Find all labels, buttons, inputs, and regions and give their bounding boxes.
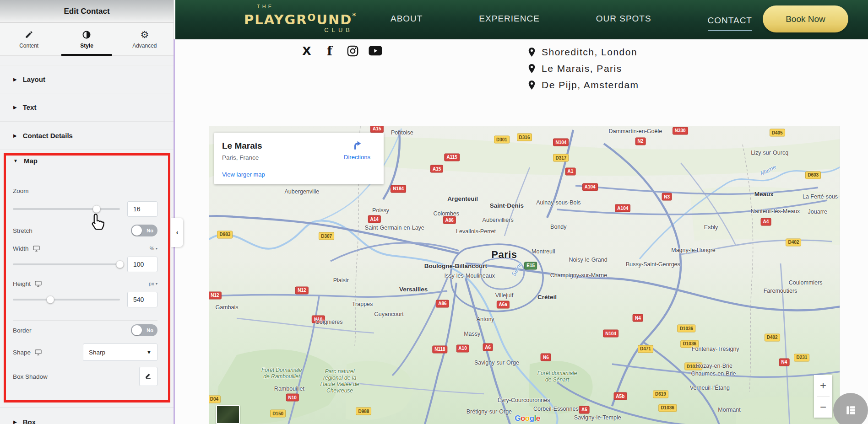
logo-the: THE: [257, 4, 363, 9]
zoom-slider[interactable]: [13, 208, 120, 210]
height-value-input[interactable]: [127, 292, 157, 307]
section-text[interactable]: ▶Text: [0, 93, 174, 122]
zoom-label: Zoom: [13, 188, 29, 194]
width-label-row: Width %▾: [13, 244, 157, 253]
tab-style[interactable]: Style: [58, 23, 115, 55]
zoom-slider-handle[interactable]: [92, 205, 100, 213]
caret-right-icon: ▶: [13, 133, 17, 138]
logo-main: PLAYGROUND*: [244, 9, 363, 27]
section-contact-details[interactable]: ▶Contact Details: [0, 122, 174, 150]
box-shadow-row: Box Shadow: [13, 367, 157, 386]
toggle-knob: [132, 325, 142, 335]
map-zoom-in-button[interactable]: +: [814, 375, 832, 396]
locations-list: Shoreditch, LondonLe Marais, ParisDe Pij…: [528, 44, 639, 93]
caret-right-icon: ▶: [13, 77, 17, 82]
width-label: Width: [13, 245, 40, 252]
shape-select[interactable]: Sharp ▼: [83, 343, 157, 361]
book-now-button[interactable]: Book Now: [763, 5, 848, 32]
divider: [13, 320, 157, 321]
location-pin-icon: [528, 64, 536, 74]
height-unit-select[interactable]: px▾: [149, 281, 157, 286]
site-preview: THE PLAYGROUND* CLUB ABOUTEXPERIENCEOUR …: [175, 0, 868, 424]
height-label: Height: [13, 280, 42, 287]
height-label-row: Height px▾: [13, 279, 157, 288]
shape-label: Shape: [13, 349, 42, 356]
zoom-value-input[interactable]: [127, 201, 157, 217]
location-pin-icon: [528, 80, 536, 90]
zoom-slider-row: [13, 201, 157, 217]
social-icons: X f: [300, 44, 382, 58]
height-slider[interactable]: [13, 299, 120, 301]
satellite-view-thumbnail[interactable]: [216, 405, 240, 424]
map-card-title: Le Marais: [222, 141, 262, 151]
border-toggle[interactable]: No: [131, 324, 157, 336]
site-logo[interactable]: THE PLAYGROUND* CLUB: [244, 4, 363, 33]
section-map-label: Map: [24, 157, 38, 165]
facebook-icon[interactable]: f: [323, 44, 336, 58]
location-text: Shoreditch, London: [542, 47, 637, 58]
width-unit-select[interactable]: %▾: [150, 246, 157, 251]
panel-title: Edit Contact: [64, 7, 109, 16]
section-box-label: Box: [23, 418, 36, 424]
height-slider-handle[interactable]: [46, 296, 54, 304]
monitor-icon: [35, 281, 42, 287]
chevron-left-icon: ‹: [176, 229, 179, 236]
stretch-toggle-state: No: [146, 228, 153, 233]
elementor-panel: Edit Contact Content Style ⚙ Advanced ▶L…: [0, 0, 174, 424]
box-shadow-edit-button[interactable]: [139, 367, 157, 386]
border-label: Border: [13, 327, 32, 334]
nav-item-contact[interactable]: CONTACT: [708, 16, 752, 31]
directions-button[interactable]: Directions: [342, 139, 372, 161]
gear-icon: ⚙: [140, 30, 149, 40]
map-canvas[interactable]: A15N330D405D316D301N104N2A115D317A1D603A…: [209, 126, 840, 424]
nav-item-our-spots[interactable]: OUR SPOTS: [596, 14, 651, 26]
directions-icon: [351, 145, 363, 152]
width-slider[interactable]: [13, 263, 120, 265]
map-zoom-out-button[interactable]: −: [814, 397, 832, 418]
x-icon[interactable]: X: [300, 44, 314, 58]
site-header: THE PLAYGROUND* CLUB ABOUTEXPERIENCEOUR …: [175, 0, 868, 39]
section-map-header[interactable]: ▼ Map: [13, 157, 38, 165]
tab-content[interactable]: Content: [0, 23, 58, 55]
section-layout[interactable]: ▶Layout: [0, 65, 174, 93]
elementor-badge[interactable]: [833, 393, 868, 424]
youtube-icon[interactable]: [369, 44, 382, 58]
border-toggle-state: No: [146, 327, 153, 333]
location-item: Shoreditch, London: [528, 44, 639, 60]
caret-down-icon: ▼: [146, 349, 152, 355]
panel-sections-top: ▶Layout▶Text▶Contact Details: [0, 65, 174, 150]
location-pin-icon: [528, 47, 536, 57]
toggle-knob: [132, 225, 142, 236]
google-logo[interactable]: Google: [515, 414, 540, 423]
tab-style-label: Style: [80, 43, 93, 49]
chevron-down-icon: ▾: [156, 282, 157, 286]
logo-club: CLUB: [244, 27, 353, 33]
location-text: De Pijp, Amsterdam: [542, 80, 639, 91]
monitor-icon: [35, 349, 42, 355]
view-larger-map-link[interactable]: View larger map: [222, 171, 265, 178]
stretch-toggle[interactable]: No: [131, 225, 157, 236]
panel-header: Edit Contact: [0, 0, 174, 23]
width-slider-row: [13, 257, 157, 272]
panel-collapse-handle[interactable]: ‹: [171, 218, 183, 247]
width-slider-handle[interactable]: [116, 261, 124, 268]
tab-advanced-label: Advanced: [132, 43, 157, 49]
panel-tabs: Content Style ⚙ Advanced: [0, 23, 174, 56]
pencil-icon: [25, 30, 33, 40]
map-zoom-control: + −: [814, 375, 832, 418]
box-shadow-label: Box Shadow: [13, 373, 48, 380]
nav-item-about[interactable]: ABOUT: [391, 14, 423, 26]
location-item: Le Marais, Paris: [528, 60, 639, 77]
nav-item-experience[interactable]: EXPERIENCE: [479, 14, 539, 26]
zoom-label-row: Zoom: [13, 188, 157, 194]
contrast-icon: [82, 30, 91, 40]
instagram-icon[interactable]: [346, 44, 359, 58]
border-row: Border No: [13, 324, 157, 337]
caret-right-icon: ▶: [13, 105, 17, 110]
elementor-icon: [844, 403, 857, 417]
tab-advanced[interactable]: ⚙ Advanced: [116, 23, 174, 55]
section-box[interactable]: ▶ Box: [0, 408, 174, 424]
width-value-input[interactable]: [127, 257, 157, 272]
shape-row: Shape Sharp ▼: [13, 343, 157, 361]
map-info-card: Le Marais Paris, France View larger map …: [214, 133, 384, 184]
